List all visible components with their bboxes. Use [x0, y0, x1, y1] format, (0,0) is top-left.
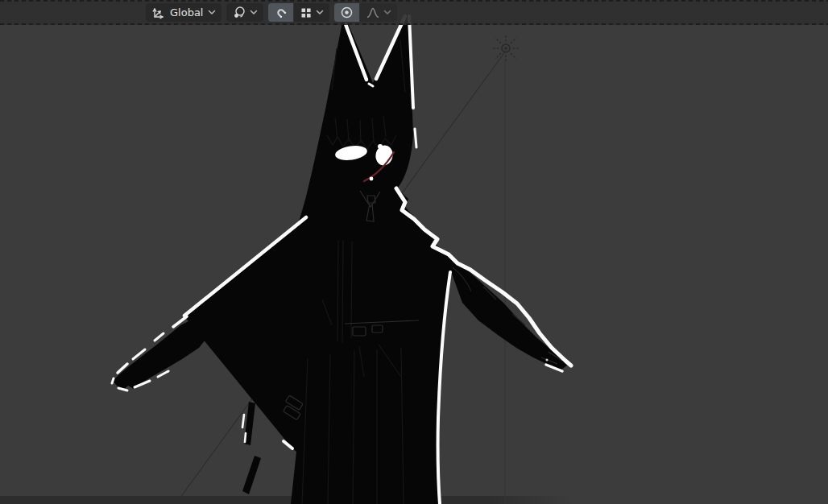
chevron-down-icon [316, 10, 324, 15]
falloff-curve-icon [366, 6, 380, 19]
ground-shadow [0, 496, 573, 504]
character-body [184, 10, 568, 504]
viewport-header: Global [0, 0, 828, 25]
chevron-down-icon [250, 10, 258, 15]
proportional-editing-group [334, 3, 397, 22]
sun-light-gizmo[interactable] [491, 34, 520, 63]
viewport-render [0, 0, 828, 504]
proportional-editing-icon [340, 6, 354, 19]
viewport-toolbar: Global [146, 3, 397, 22]
falloff-dropdown[interactable] [360, 3, 397, 22]
transform-orientation-dropdown[interactable]: Global [146, 3, 221, 22]
cape-strand [242, 456, 261, 494]
proportional-editing-toggle[interactable] [334, 3, 359, 22]
orientation-axes-icon [151, 6, 165, 19]
chevron-down-icon [208, 10, 216, 15]
chin-highlight [370, 177, 374, 181]
3d-viewport[interactable]: Global [0, 0, 828, 504]
pivot-point-icon [232, 6, 246, 19]
pivot-point-dropdown[interactable] [226, 3, 263, 22]
transform-orientation-label: Global [168, 3, 205, 22]
snap-toggle-button[interactable] [268, 3, 293, 22]
snap-target-grid-icon [300, 6, 313, 19]
chevron-down-icon [383, 10, 391, 15]
character-left-arm [113, 320, 205, 390]
character-silhouette[interactable] [112, 10, 571, 504]
snap-target-dropdown[interactable] [294, 3, 329, 22]
magnet-icon [274, 6, 288, 19]
snapping-group [268, 3, 329, 22]
